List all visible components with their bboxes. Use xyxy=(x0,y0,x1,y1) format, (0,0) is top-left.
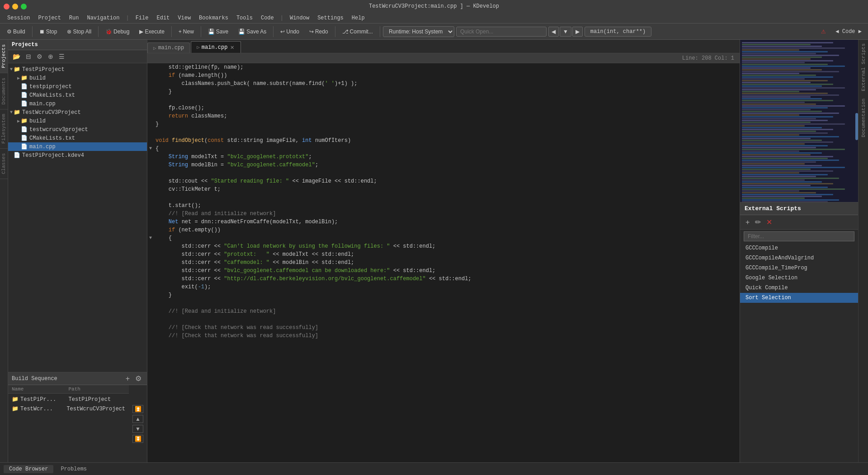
move-up-button[interactable]: ▲ xyxy=(132,415,143,423)
tab-close-button[interactable]: ✕ xyxy=(229,43,235,51)
quick-open-input[interactable] xyxy=(456,27,547,37)
tab-main-cpp-2[interactable]: ▷ main.cpp ✕ xyxy=(191,41,241,53)
proj-expand-button[interactable]: 📂 xyxy=(11,52,22,61)
delete-script-button[interactable]: ✕ xyxy=(764,217,774,227)
tree-item-maincpp2-selected[interactable]: ▶ 📄 main.cpp xyxy=(8,142,147,151)
maximize-button[interactable] xyxy=(21,4,27,9)
folder-icon: 📁 xyxy=(21,75,28,81)
menu-settings[interactable]: Settings xyxy=(314,14,347,22)
right-tab-documentation[interactable]: Documentation xyxy=(859,95,868,141)
menu-edit[interactable]: Edit xyxy=(153,14,173,22)
tab-file-icon1: ▷ xyxy=(153,45,156,51)
menu-navigation[interactable]: Navigation xyxy=(83,14,123,22)
stop-label: Stop xyxy=(46,28,57,35)
status-problems-item[interactable]: Problems xyxy=(61,466,87,472)
menu-view[interactable]: View xyxy=(174,14,194,22)
ext-script-gcccompilevalgrind[interactable]: GCCCompileAndValgrind xyxy=(740,253,858,263)
vert-label-projects[interactable]: Projects xyxy=(0,40,8,73)
nav-down-button[interactable]: ▼ xyxy=(560,27,571,37)
ext-script-gcctimeprog[interactable]: GCCCompile_TimeProg xyxy=(740,263,858,273)
stop-all-button[interactable]: ⊗ Stop All xyxy=(63,27,95,37)
ext-script-gcccompile[interactable]: GCCCompile xyxy=(740,243,858,253)
tree-item-testwcrucv3-file[interactable]: ▶ 📄 testwcrucv3project xyxy=(8,125,147,134)
menu-code[interactable]: Code xyxy=(257,14,278,22)
commit-button[interactable]: ⎇ Commit... xyxy=(338,27,377,37)
add-script-button[interactable]: + xyxy=(744,217,751,227)
fold-arrow xyxy=(147,267,154,275)
proj-filter-button[interactable]: ⊕ xyxy=(46,52,55,61)
new-button[interactable]: + New xyxy=(175,27,198,37)
minimize-button[interactable] xyxy=(12,4,18,9)
line-content: if (net.empty()) xyxy=(154,226,740,234)
menu-bookmarks[interactable]: Bookmarks xyxy=(195,14,232,22)
build-sequence-title: Build Sequence xyxy=(12,376,57,382)
line-content: std::cerr << "http://dl.caffe.berkeleyvi… xyxy=(154,275,740,283)
add-build-button[interactable]: + xyxy=(124,374,132,383)
vert-label-classes[interactable]: Classes xyxy=(0,149,8,179)
tree-item-testpiproject[interactable]: ▼ 📁 TestPiProject xyxy=(8,65,147,74)
edit-script-button[interactable]: ✏ xyxy=(753,217,763,227)
tree-item-testpiproject-file[interactable]: ▶ 📄 testpiproject xyxy=(8,82,147,91)
vert-label-documents[interactable]: Documents xyxy=(0,73,8,109)
code-line xyxy=(147,299,740,307)
build-row-testwcru[interactable]: 📁 TestWcr... TestWcruCV3Project xyxy=(8,404,129,414)
menu-help[interactable]: Help xyxy=(348,14,368,22)
ext-script-sort-selection[interactable]: Sort Selection xyxy=(740,293,858,303)
nav-back-button[interactable]: ◀ xyxy=(548,27,559,37)
projects-toolbar: 📂 ⊟ ⚙ ⊕ ☰ xyxy=(8,50,147,63)
menu-run[interactable]: Run xyxy=(66,14,83,22)
build-button[interactable]: ⚙ Build xyxy=(3,27,29,37)
code-toolbar-icon[interactable]: ◀ Code ▶ xyxy=(832,27,865,36)
proj-settings-button[interactable]: ⚙ xyxy=(35,52,44,61)
save-as-button[interactable]: 💾 Save As xyxy=(234,27,270,37)
debug-button[interactable]: 🐞 Debug xyxy=(101,27,133,37)
vert-label-filesystem[interactable]: Filesystem xyxy=(0,109,8,149)
move-bottom-button[interactable]: ⏬ xyxy=(132,435,143,443)
ext-filter-input[interactable] xyxy=(744,231,854,241)
proj-more-button[interactable]: ☰ xyxy=(57,52,66,61)
code-line xyxy=(147,128,740,136)
menu-session[interactable]: Session xyxy=(4,14,33,22)
menu-project[interactable]: Project xyxy=(34,14,64,22)
proj-collapse-button[interactable]: ⊟ xyxy=(24,52,33,61)
tree-label: TestWcruCV3Project xyxy=(22,109,81,116)
build-table-header: Name Path xyxy=(8,385,129,394)
tree-item-build2[interactable]: ▶ 📁 build xyxy=(8,117,147,125)
menu-tools[interactable]: Tools xyxy=(233,14,256,22)
stop-icon: ⏹ xyxy=(39,28,45,35)
menu-sep2: | xyxy=(278,15,285,21)
tree-item-maincpp1[interactable]: ▶ 📄 main.cpp xyxy=(8,99,147,108)
move-down-button[interactable]: ▼ xyxy=(132,425,143,433)
build-row-testpi[interactable]: 📁 TestPiPr... TestPiProject xyxy=(8,395,129,404)
menu-window[interactable]: Window xyxy=(286,14,313,22)
line-content: std::cout << "Started reading file: " <<… xyxy=(154,177,740,185)
undo-button[interactable]: ↩ Undo xyxy=(276,27,303,37)
menu-file[interactable]: File xyxy=(132,14,152,22)
nav-forward-button[interactable]: ▶ xyxy=(572,27,583,37)
ext-script-quick-compile[interactable]: Quick Compile xyxy=(740,283,858,293)
error-indicator[interactable]: ⚠ xyxy=(817,27,830,37)
status-code-browser-item[interactable]: Code Browser xyxy=(4,465,53,473)
ext-script-google-selection[interactable]: Google Selection xyxy=(740,273,858,283)
right-tab-external-scripts[interactable]: External Scripts xyxy=(859,40,868,95)
code-editor[interactable]: std::getline(fp, name); if (name.length(… xyxy=(147,63,740,462)
close-button[interactable] xyxy=(4,4,9,9)
save-icon: 💾 xyxy=(208,28,215,35)
runtime-select[interactable]: Runtime: Host System xyxy=(383,26,454,37)
tree-item-testwcruproject[interactable]: ▼ 📁 TestWcruCV3Project xyxy=(8,108,147,117)
tree-item-cmakelists1[interactable]: ▶ 📄 CMakeLists.txt xyxy=(8,91,147,99)
move-top-button[interactable]: ⏫ xyxy=(132,405,143,413)
expand-arrow: ▶ xyxy=(17,75,20,81)
tab-main-cpp-1[interactable]: ▷ main.cpp xyxy=(147,42,190,53)
redo-button[interactable]: ↪ Redo xyxy=(305,27,332,37)
settings-build-button[interactable]: ⚙ xyxy=(133,374,143,383)
tree-item-build1[interactable]: ▶ 📁 build xyxy=(8,74,147,82)
line-content: //! [Read and initialize network] xyxy=(154,307,740,315)
tree-item-kdev4[interactable]: ▶ 📄 TestPiProject.kdev4 xyxy=(8,151,147,160)
execute-button[interactable]: ▶ Execute xyxy=(135,27,168,37)
code-browser-label: Code Browser xyxy=(4,465,53,473)
save-button[interactable]: 💾 Save xyxy=(204,27,232,37)
fold-arrow xyxy=(147,161,154,169)
stop-button[interactable]: ⏹ Stop xyxy=(35,27,61,37)
tree-item-cmakelists2[interactable]: ▶ 📄 CMakeLists.txt xyxy=(8,134,147,142)
